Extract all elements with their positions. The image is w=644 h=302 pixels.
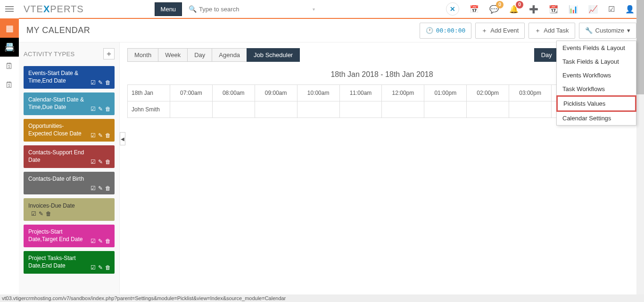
leftbar-calendar-grid[interactable]: ▦ — [0, 19, 19, 38]
time-cell[interactable] — [255, 101, 297, 118]
statusbar: vt03.vtigercrmhosting.com/v7/sandbox/ind… — [0, 294, 644, 302]
activity-card[interactable]: Project Tasks-Start Date,End Date☑✎🗑 — [24, 251, 115, 274]
edit-icon[interactable]: ✎ — [98, 79, 103, 86]
check-icon[interactable]: ☑ — [91, 264, 96, 271]
checkbox-icon[interactable]: ☑ — [608, 5, 615, 14]
search-icon: 🔍 — [189, 5, 197, 13]
sidebar-title: ACTIVITY TYPES — [24, 50, 74, 58]
notifications-icon[interactable]: 🔔0 — [509, 5, 519, 14]
edit-icon[interactable]: ✎ — [98, 185, 103, 192]
activity-label: Contacts-Date of Birth — [28, 176, 110, 183]
menu-picklists-values[interactable]: Picklists Values — [556, 95, 636, 112]
delete-icon[interactable]: 🗑 — [105, 238, 111, 244]
delete-icon[interactable]: 🗑 — [105, 264, 111, 271]
leftbar-calendar-check[interactable]: 🗓 — [0, 57, 19, 76]
activity-card[interactable]: Contacts-Support End Date☑✎🗑 — [24, 145, 115, 168]
edit-icon[interactable]: ✎ — [98, 238, 103, 244]
bar-chart-icon[interactable]: 📊 — [569, 5, 578, 14]
main: MY CALENDAR 🕐 00:00:00 ＋ Add Event ＋ Add… — [19, 19, 644, 294]
activity-card[interactable]: Calendar-Start Date & Time,Due Date☑✎🗑 — [24, 92, 115, 115]
content: ACTIVITY TYPES ＋ Events-Start Date & Tim… — [19, 42, 644, 294]
time-cell[interactable] — [382, 101, 424, 118]
activity-card[interactable]: Projects-Start Date,Target End Date☑✎🗑 — [24, 225, 115, 247]
hamburger-icon — [5, 6, 14, 12]
activity-actions: ☑✎🗑 — [91, 185, 111, 192]
view-tab[interactable]: Agenda — [212, 48, 247, 62]
timer-button[interactable]: 🕐 00:00:00 — [420, 23, 472, 39]
delete-icon[interactable]: 🗑 — [105, 79, 111, 86]
activity-card[interactable]: Opportunities-Expected Close Date☑✎🗑 — [24, 119, 115, 142]
edit-icon[interactable]: ✎ — [39, 210, 43, 217]
leftbar-calendar-user[interactable]: 📇 — [0, 38, 19, 57]
edit-icon[interactable]: ✎ — [98, 132, 103, 139]
activity-card[interactable]: Contacts-Date of Birth☑✎🗑 — [24, 172, 115, 194]
company-avatar[interactable]: ✕ — [446, 2, 459, 16]
add-icon[interactable]: ➕ — [529, 5, 538, 14]
vertical-scrollbar[interactable] — [636, 0, 644, 294]
nav-tab[interactable]: Day — [534, 48, 559, 62]
plus-icon: ＋ — [535, 26, 541, 35]
time-slot-header: 11:00am — [339, 85, 382, 101]
add-activity-button[interactable]: ＋ — [103, 48, 115, 59]
scrollbar-thumb[interactable] — [636, 0, 644, 94]
menu-calendar-settings[interactable]: Calendar Settings — [557, 111, 636, 125]
activity-card[interactable]: Events-Start Date & Time,End Date☑✎🗑 — [24, 66, 115, 89]
time-slot-header: 07:00am — [170, 85, 212, 101]
check-icon[interactable]: ☑ — [91, 185, 96, 192]
sidebar-collapse-handle[interactable]: ◀ — [120, 132, 125, 145]
leftbar-calendar-plain[interactable]: 🗓 — [0, 76, 19, 94]
delete-icon[interactable]: 🗑 — [105, 159, 111, 165]
delete-icon[interactable]: 🗑 — [105, 185, 111, 192]
activity-list: Events-Start Date & Time,End Date☑✎🗑Cale… — [24, 66, 115, 274]
time-cell[interactable] — [170, 101, 212, 118]
hamburger-menu[interactable] — [0, 0, 19, 18]
view-tab[interactable]: Month — [127, 48, 158, 62]
add-event-button[interactable]: ＋ Add Event — [475, 23, 525, 39]
area-chart-icon[interactable]: 📈 — [588, 5, 598, 14]
view-tab[interactable]: Week — [158, 48, 188, 62]
time-cell[interactable] — [339, 101, 382, 118]
menu-events-workflows[interactable]: Events Workflows — [557, 68, 636, 82]
edit-icon[interactable]: ✎ — [98, 264, 103, 271]
app-logo[interactable]: VTEXPERTS — [19, 4, 89, 15]
edit-icon[interactable]: ✎ — [98, 159, 103, 165]
menu-task-workflows[interactable]: Task Workflows — [557, 82, 636, 96]
activity-card[interactable]: Invoices-Due Date☑✎🗑 — [24, 198, 115, 221]
menu-button[interactable]: Menu — [155, 2, 182, 16]
calendar-quick-icon[interactable]: 📅 — [470, 5, 479, 14]
menu-task-fields[interactable]: Task Fields & Layout — [557, 55, 636, 68]
time-slot-header: 10:00am — [297, 85, 339, 101]
menu-events-fields[interactable]: Events Fields & Layout — [557, 41, 636, 55]
activity-actions: ☑✎🗑 — [91, 132, 111, 139]
time-cell[interactable] — [467, 101, 509, 118]
check-icon[interactable]: ☑ — [91, 106, 96, 112]
date-column-header: 18th Jan — [128, 85, 170, 101]
check-icon[interactable]: ☑ — [91, 132, 96, 139]
search-container: 🔍 ▾ — [186, 3, 318, 16]
view-tab[interactable]: Day — [187, 48, 212, 62]
check-icon[interactable]: ☑ — [31, 210, 36, 217]
add-task-button[interactable]: ＋ Add Task — [528, 23, 575, 39]
delete-icon[interactable]: 🗑 — [46, 210, 51, 217]
user-icon[interactable]: 👤 — [625, 5, 635, 14]
chat-icon[interactable]: 💬0 — [489, 5, 499, 14]
time-cell[interactable] — [509, 101, 552, 118]
check-icon[interactable]: ☑ — [91, 79, 96, 86]
search-input[interactable] — [186, 3, 318, 16]
activity-actions: ☑✎🗑 — [91, 238, 111, 244]
time-cell[interactable] — [297, 101, 339, 118]
search-dropdown-icon[interactable]: ▾ — [313, 7, 315, 12]
customize-button[interactable]: 🔧 Customize ▾ — [579, 23, 636, 39]
time-slot-header: 09:00am — [255, 85, 297, 101]
delete-icon[interactable]: 🗑 — [105, 106, 111, 112]
delete-icon[interactable]: 🗑 — [105, 132, 111, 139]
check-icon[interactable]: ☑ — [91, 238, 96, 244]
time-cell[interactable] — [424, 101, 467, 118]
calendar-icon[interactable]: 📆 — [549, 5, 558, 14]
time-cell[interactable] — [212, 101, 255, 118]
add-task-label: Add Task — [544, 27, 569, 34]
view-tab[interactable]: Job Scheduler — [247, 48, 300, 62]
check-icon[interactable]: ☑ — [91, 159, 96, 165]
edit-icon[interactable]: ✎ — [98, 106, 103, 112]
customize-dropdown: Events Fields & Layout Task Fields & Lay… — [556, 41, 636, 126]
